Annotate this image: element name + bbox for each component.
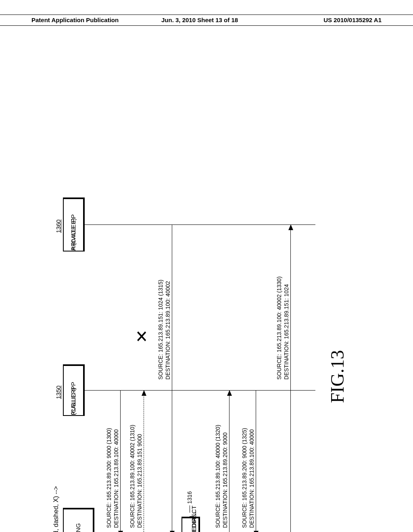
figure-label: FIG.13 xyxy=(327,350,348,403)
actor-caller: PUBLIC IPP (CALLER) xyxy=(63,364,85,416)
media-redirect-lead-line xyxy=(190,505,190,513)
msg-1330-src: SOURCE: 165.213.89.100: 40002 (1330) xyxy=(276,276,282,380)
page-header: Patent Application Publication Jun. 3, 2… xyxy=(0,15,413,26)
msg-1300-src: SOURCE: 165.213.89.200: 9000 (1300) xyxy=(106,428,112,528)
msg-1320-dst: DESTINATION: 165.213.89.200: 9000 xyxy=(222,432,228,528)
actor-caller-l2: (CALLER) xyxy=(70,388,77,415)
sequence-diagram: FIG.13 1340 1350 1360 VoIP PBX MEDIA PRO… xyxy=(52,173,351,532)
arrow-1300 xyxy=(120,391,121,532)
actor-pbx: VoIP PBX MEDIA PROCESSING MODULE xyxy=(63,508,94,532)
lifeline-caller xyxy=(85,390,315,391)
actor-callee: PRIVATE IPP A (CALLEE) xyxy=(63,197,85,251)
arrow-1320 xyxy=(229,391,229,532)
msg-1325-src: SOURCE: 165.213.89.200: 9000 (1325) xyxy=(241,428,248,528)
arrow-1330 xyxy=(290,225,291,532)
msg-1320-src: SOURCE: 165.213.89.100: 40000 (1320) xyxy=(215,425,221,528)
actor-num-caller: 1350 xyxy=(55,386,62,399)
header-center: Jun. 3, 2010 Sheet 13 of 18 xyxy=(161,17,238,23)
blocked-x-icon: ✕ xyxy=(133,329,151,343)
header-left: Patent Application Publication xyxy=(31,17,119,23)
header-right: US 2010/0135292 A1 xyxy=(323,17,382,23)
media-redirect-l2: REDIRECT xyxy=(190,505,197,532)
lifeline-callee xyxy=(85,224,315,225)
msg-1330-dst: DESTINATION: 165.213.89.151: 1024 xyxy=(283,284,290,380)
msg-1310-dst: DESTINATION: 165.213.89.151 9000 xyxy=(136,434,143,528)
media-redirect-num: 1316 xyxy=(186,491,193,504)
arrow-1310 xyxy=(144,391,144,532)
actor-num-callee: 1360 xyxy=(55,220,62,233)
actor-pbx-l3: PROCESSING xyxy=(75,523,81,532)
arrow-1315 xyxy=(172,225,172,532)
arrow-1325 xyxy=(256,391,256,532)
msg-1310-src: SOURCE: 165.213.89.100: 40002 (1310) xyxy=(129,425,136,528)
msg-1315-dst: DESTINATION: 165.213.89.100: 40002 xyxy=(165,281,171,380)
media-redirect-box: MEDIA REDIRECT xyxy=(181,517,200,532)
actor-callee-l2: A (CALLEE) xyxy=(70,218,77,251)
msg-1300-dst: DESTINATION: 165.213.89.100: 40000 xyxy=(113,429,119,528)
msg-1325-dst: DESTINATION: 165.213.89.100: 40000 xyxy=(248,429,255,528)
msg-1315-src: SOURCE: 165.213.89.151: 1024 (1315) xyxy=(157,280,164,380)
